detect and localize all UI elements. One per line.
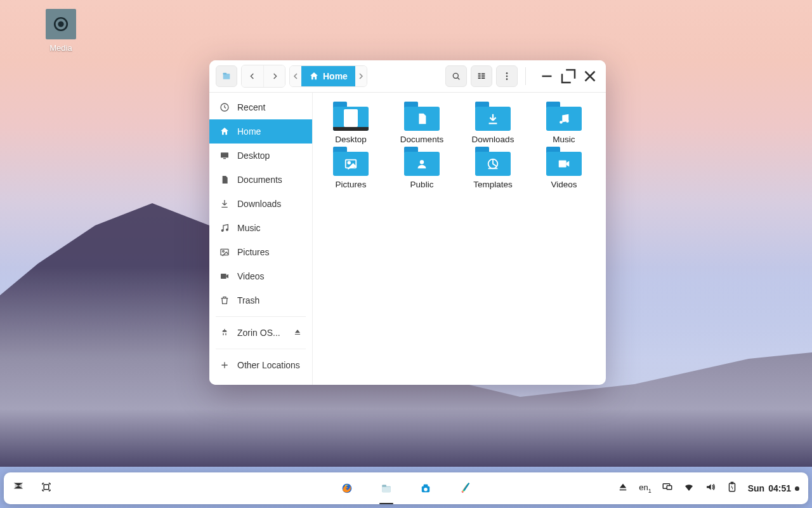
titlebar[interactable]: Home [209,60,606,93]
sidebar-item-zorin-os[interactable]: Zorin OS... [209,321,312,345]
svg-rect-39 [424,485,428,487]
folder-public[interactable]: Public [390,147,454,189]
path-next-icon[interactable] [355,65,367,87]
folder-icon [475,102,511,131]
folder-pictures[interactable]: Pictures [319,147,383,189]
window-controls [537,67,599,86]
svg-rect-42 [667,486,672,490]
svg-rect-22 [221,274,226,279]
svg-point-1 [59,22,63,27]
svg-rect-33 [44,485,49,490]
tray-wifi-icon[interactable] [683,481,695,495]
tray-battery-icon[interactable] [726,481,738,495]
forward-button[interactable] [263,65,285,87]
svg-rect-10 [481,77,485,79]
sidebar-item-label: Desktop [237,150,270,161]
nav-group [241,65,285,88]
sidebar-item-music[interactable]: Music [209,216,312,240]
sidebar-item-label: Trash [237,295,259,305]
svg-point-12 [506,76,508,77]
folder-music[interactable]: Music [532,102,596,144]
start-menu-button[interactable] [13,480,29,497]
minimize-button[interactable] [537,67,556,86]
sidebar-separator [216,349,306,349]
sidebar-item-label: Music [237,223,261,233]
svg-point-24 [566,119,569,123]
folder-label: Videos [532,180,596,189]
folder-label: Documents [390,135,454,144]
path-chip-label: Home [323,71,348,81]
svg-point-18 [221,230,223,232]
tray-eject-icon[interactable] [617,481,629,495]
taskbar-app-firefox[interactable] [336,478,358,499]
folder-label: Desktop [319,135,383,144]
clock-day: Sun [748,483,764,493]
svg-rect-17 [223,158,226,159]
svg-rect-5 [478,73,481,74]
menu-button[interactable] [496,65,518,87]
sidebar-item-documents[interactable]: Documents [209,168,312,192]
close-button[interactable] [580,67,599,86]
sidebar-item-pictures[interactable]: Pictures [209,240,312,264]
folder-label: Pictures [319,180,383,189]
path-prev-icon[interactable] [290,65,301,87]
svg-point-23 [560,121,563,124]
svg-point-13 [506,78,508,80]
sidebar-item-label: Downloads [237,199,281,209]
sidebar-item-home[interactable]: Home [209,119,312,144]
folder-documents[interactable]: Documents [390,102,454,144]
svg-point-21 [223,250,225,252]
taskbar: en1 Sun 04:51 [4,472,808,504]
back-button[interactable] [242,65,263,87]
sidebar-item-videos[interactable]: Videos [209,264,312,288]
sidebar-item-desktop[interactable]: Desktop [209,144,312,168]
taskbar-app-appearance[interactable] [454,478,476,499]
svg-rect-6 [478,76,481,77]
content-area[interactable]: Desktop Documents Downloads Music Pictur… [313,93,606,385]
svg-point-19 [226,229,228,231]
folder-icon [546,147,582,176]
sidebar-item-label: Documents [237,175,282,185]
svg-point-26 [348,161,350,164]
sidebar-item-recent[interactable]: Recent [209,95,312,119]
tray-display-icon[interactable] [662,481,673,495]
sidebar-item-label: Recent [237,102,265,112]
svg-point-4 [453,73,458,78]
folder-desktop[interactable]: Desktop [319,102,383,144]
maximize-button[interactable] [559,67,578,86]
svg-rect-36 [382,485,386,486]
taskbar-app-files[interactable] [376,478,397,499]
folder-videos[interactable]: Videos [532,147,596,189]
sidebar-item-trash[interactable]: Trash [209,288,312,312]
folder-icon [546,102,582,131]
tray-volume-icon[interactable] [705,481,716,495]
separator [525,67,526,85]
desktop-icon-label: Media [36,43,86,53]
svg-point-40 [424,488,428,491]
tray-keyboard-layout[interactable]: en1 [639,483,651,494]
folder-downloads[interactable]: Downloads [461,102,525,144]
folder-templates[interactable]: Templates [461,147,525,189]
sidebar-item-downloads[interactable]: Downloads [209,192,312,216]
svg-rect-29 [559,161,566,168]
svg-rect-8 [481,73,485,74]
sidebar-item-label: Videos [237,271,265,281]
svg-rect-3 [223,73,226,75]
path-chip-home[interactable]: Home [301,65,355,87]
folder-label: Public [390,180,454,189]
nautilus-icon-button[interactable] [216,65,237,87]
sidebar: Recent Home Desktop Documents Downloads … [209,93,313,385]
folder-icon [333,147,369,176]
view-toggle-button[interactable] [471,65,492,87]
folder-label: Templates [461,180,525,189]
sidebar-item-label: Zorin OS... [237,328,280,338]
search-button[interactable] [445,65,467,87]
path-bar[interactable]: Home [289,65,367,87]
svg-rect-16 [221,152,228,157]
tray-clock[interactable]: Sun 04:51 [748,483,799,493]
overview-button[interactable] [41,481,52,495]
desktop-icon-media[interactable]: Media [36,9,86,53]
taskbar-app-software[interactable] [415,478,436,499]
sidebar-item-other-locations[interactable]: Other Locations [209,353,312,377]
eject-button[interactable] [293,328,302,338]
